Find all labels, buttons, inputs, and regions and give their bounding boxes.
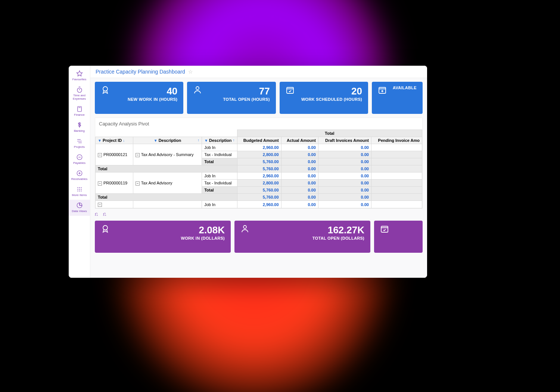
cell-description: −Tax And Advisory	[133, 172, 202, 194]
svg-point-18	[77, 189, 78, 190]
svg-rect-26	[287, 87, 293, 93]
sidebar-item-projects[interactable]: Projects	[69, 136, 90, 152]
kpi-work-scheduled[interactable]: 20 WORK SCHEDULED (HOURS)	[280, 82, 368, 114]
sidebar-item-data-views[interactable]: Data Views	[69, 200, 90, 216]
sidebar-item-favourites[interactable]: Favourites	[69, 68, 90, 84]
sidebar: Favourites Time and Expenses Finance Ban…	[69, 66, 90, 278]
kpi-value: 77	[208, 85, 270, 97]
kpi-work-in-dollars[interactable]: 2.08K WORK IN (DOLLARS)	[95, 221, 231, 253]
col-project-id[interactable]: ▼Project ID↓	[96, 137, 133, 144]
cell-d2: Job In	[202, 144, 237, 151]
svg-point-20	[81, 189, 81, 190]
kpi-label: AVAILABLE	[393, 85, 417, 90]
sidebar-item-label: Favourites	[72, 78, 86, 81]
cell-budgeted: 2,960.00	[237, 144, 281, 151]
sidebar-item-more[interactable]: More Items	[69, 184, 90, 200]
cell-group-total: Total	[96, 165, 237, 172]
calendar-check-icon	[380, 224, 389, 233]
dollar-icon	[76, 122, 83, 128]
svg-point-16	[79, 187, 80, 188]
sidebar-item-payables[interactable]: Payables	[69, 152, 90, 168]
cell-draft: 0.00	[318, 144, 371, 151]
kpi-row-top: 40 NEW WORK IN (HOURS) 77 TOTAL OPEN (HO…	[90, 78, 427, 118]
svg-rect-4	[77, 106, 81, 112]
kpi-value: 20	[301, 85, 362, 97]
kpi-total-open[interactable]: 77 TOTAL OPEN (HOURS)	[187, 82, 276, 114]
kpi-value: 2.08K	[116, 224, 225, 236]
svg-point-22	[79, 190, 80, 191]
collapse-icon[interactable]: −	[98, 203, 102, 207]
pivot-toolbar: ⎌ ⎌	[90, 209, 427, 219]
sidebar-item-finance[interactable]: Finance	[69, 103, 90, 119]
star-icon	[76, 70, 83, 77]
collapse-icon[interactable]: −	[136, 181, 140, 186]
stopwatch-icon	[76, 86, 83, 93]
favourite-toggle-icon[interactable]: ☆	[188, 69, 193, 75]
svg-point-19	[79, 189, 80, 190]
sort-asc-icon[interactable]: ↑	[197, 138, 199, 142]
sidebar-item-receivables[interactable]: Receivables	[69, 168, 90, 184]
cell-project-id: −	[96, 201, 133, 208]
sidebar-item-label: Banking	[74, 129, 85, 133]
filter-icon[interactable]: ▼	[204, 139, 208, 143]
svg-point-33	[243, 225, 246, 228]
calculator-icon	[76, 106, 83, 112]
cell-actual: 0.00	[281, 144, 318, 151]
main-content: Practice Capacity Planning Dashboard ☆ 4…	[90, 66, 427, 278]
tasks-icon	[76, 138, 83, 144]
pivot-tool-icon[interactable]: ⎌	[95, 211, 98, 217]
svg-point-15	[77, 187, 78, 188]
cell-project-id: −PR00000121	[96, 144, 133, 165]
col-budgeted[interactable]: Budgeted Amount	[237, 137, 281, 144]
kpi-scheduled-dollars[interactable]	[374, 221, 423, 253]
filter-icon[interactable]: ▼	[98, 139, 102, 143]
sidebar-item-label: Data Views	[72, 209, 87, 213]
cell-subtotal: Total	[202, 158, 237, 165]
ribbon-icon	[101, 224, 110, 233]
pivot-table[interactable]: Total ▼Project ID↓ ▼Description↑ ▼Descri…	[95, 130, 422, 208]
kpi-label: WORK IN (DOLLARS)	[116, 236, 225, 240]
person-icon	[240, 224, 249, 233]
calendar-check-icon	[286, 85, 295, 94]
kpi-label: TOTAL OPEN (HOURS)	[208, 97, 270, 102]
kpi-label: NEW WORK IN (HOURS)	[116, 97, 177, 102]
sidebar-item-label: Time and Expenses	[73, 94, 86, 100]
kpi-label: WORK SCHEDULED (HOURS)	[301, 97, 362, 102]
col-description[interactable]: ▼Description↑	[133, 137, 202, 144]
kpi-available[interactable]: AVAILABLE	[372, 82, 423, 114]
kpi-new-work-in[interactable]: 40 NEW WORK IN (HOURS)	[95, 82, 183, 114]
sidebar-item-label: Payables	[73, 161, 85, 165]
sidebar-item-label: Receivables	[71, 177, 88, 181]
kpi-label: TOTAL OPEN (DOLLARS)	[255, 236, 364, 240]
sidebar-item-label: Finance	[74, 113, 84, 116]
svg-point-25	[196, 87, 199, 90]
collapse-icon[interactable]: −	[98, 181, 102, 186]
sidebar-item-banking[interactable]: Banking	[69, 119, 90, 136]
app-window: Favourites Time and Expenses Finance Ban…	[69, 66, 427, 278]
svg-point-17	[81, 187, 81, 188]
titlebar: Practice Capacity Planning Dashboard ☆	[90, 66, 427, 78]
pivot-tool-icon[interactable]: ⎌	[103, 211, 106, 217]
filter-icon[interactable]: ▼	[154, 139, 158, 143]
grid-icon	[76, 186, 83, 193]
svg-rect-34	[381, 226, 388, 232]
calendar-plus-icon	[378, 85, 387, 94]
col-pending[interactable]: Pending Invoice Amo	[371, 137, 422, 144]
col-actual[interactable]: Actual Amount	[281, 137, 318, 144]
col-draft[interactable]: Draft Invoices Amount	[318, 137, 371, 144]
pivot-title: Capacity Analysis Pivot	[95, 118, 422, 130]
svg-point-32	[103, 225, 108, 230]
sidebar-item-label: Projects	[74, 145, 85, 149]
kpi-row-bottom: 2.08K WORK IN (DOLLARS) 162.27K TOTAL OP…	[90, 219, 427, 256]
sidebar-item-time-expenses[interactable]: Time and Expenses	[69, 84, 90, 103]
collapse-icon[interactable]: −	[98, 153, 102, 157]
collapse-icon[interactable]: −	[136, 153, 140, 157]
col-description2[interactable]: ▼Description↑	[202, 137, 237, 144]
sort-icon[interactable]: ↓	[123, 139, 125, 143]
svg-point-23	[81, 190, 81, 191]
person-icon	[193, 85, 202, 94]
ribbon-icon	[101, 85, 110, 94]
kpi-total-open-dollars[interactable]: 162.27K TOTAL OPEN (DOLLARS)	[234, 221, 370, 253]
sidebar-item-label: More Items	[72, 193, 87, 197]
sort-asc-icon[interactable]: ↑	[233, 138, 235, 142]
